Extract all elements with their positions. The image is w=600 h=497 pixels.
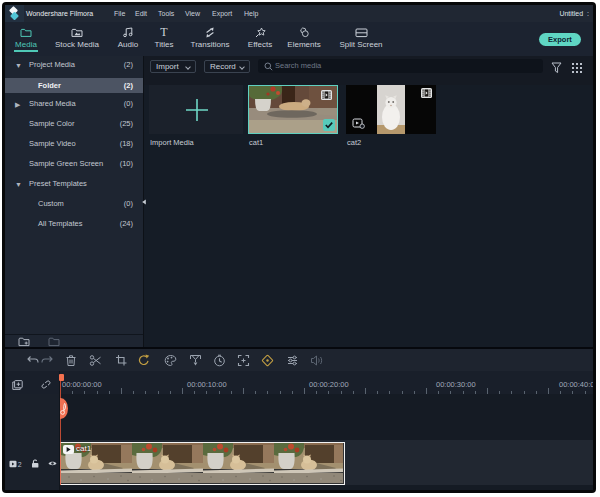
svg-text:2: 2 bbox=[18, 461, 22, 468]
